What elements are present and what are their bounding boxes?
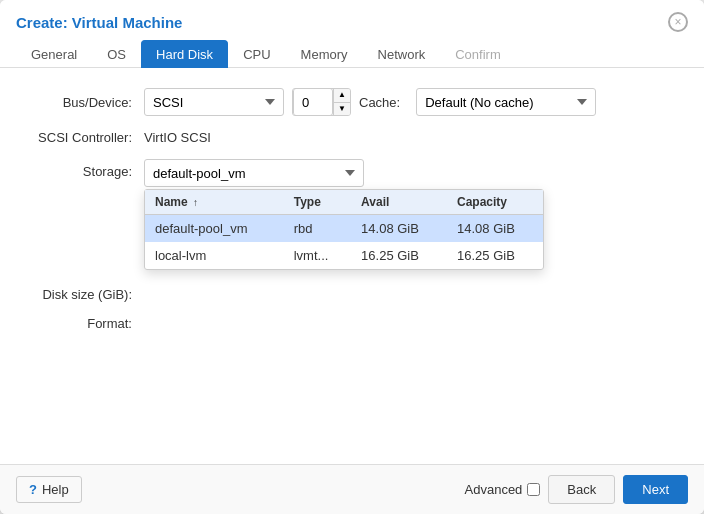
- form-content: Bus/Device: SCSI ▲ ▼ Cache: Default (No …: [0, 68, 704, 464]
- col-header-capacity[interactable]: Capacity: [447, 190, 543, 215]
- cell-avail: 16.25 GiB: [351, 242, 447, 269]
- storage-label: Storage:: [24, 159, 144, 179]
- tabs-container: General OS Hard Disk CPU Memory Network …: [0, 32, 704, 68]
- bus-device-label: Bus/Device:: [24, 95, 144, 110]
- cell-capacity: 14.08 GiB: [447, 215, 543, 243]
- tab-network[interactable]: Network: [363, 40, 441, 68]
- table-header-row: Name ↑ Type Avail Capacity: [145, 190, 543, 215]
- cache-label: Cache:: [359, 95, 400, 110]
- spinner-buttons: ▲ ▼: [333, 89, 350, 115]
- cell-name: local-lvm: [145, 242, 284, 269]
- storage-table: Name ↑ Type Avail Capacity: [145, 190, 543, 269]
- advanced-wrap: Advanced: [465, 482, 541, 497]
- footer-right: Advanced Back Next: [465, 475, 688, 504]
- cache-select[interactable]: Default (No cache): [416, 88, 596, 116]
- scsi-controller-label: SCSI Controller:: [24, 130, 144, 145]
- storage-dropdown-wrap: default-pool_vm Name ↑ Typ: [144, 159, 364, 187]
- storage-table-body: default-pool_vm rbd 14.08 GiB 14.08 GiB …: [145, 215, 543, 270]
- spinner-up[interactable]: ▲: [334, 89, 350, 103]
- advanced-checkbox[interactable]: [527, 483, 540, 496]
- tab-hard-disk[interactable]: Hard Disk: [141, 40, 228, 68]
- create-vm-dialog: Create: Virtual Machine × General OS Har…: [0, 0, 704, 514]
- question-icon: ?: [29, 482, 37, 497]
- scsi-controller-row: SCSI Controller: VirtIO SCSI: [24, 130, 680, 145]
- table-row[interactable]: local-lvm lvmt... 16.25 GiB 16.25 GiB: [145, 242, 543, 269]
- col-header-avail[interactable]: Avail: [351, 190, 447, 215]
- format-label: Format:: [24, 316, 144, 331]
- bus-select[interactable]: SCSI: [144, 88, 284, 116]
- storage-controls: default-pool_vm Name ↑ Typ: [144, 159, 680, 187]
- tab-memory[interactable]: Memory: [286, 40, 363, 68]
- cell-type: rbd: [284, 215, 351, 243]
- help-button[interactable]: ? Help: [16, 476, 82, 503]
- close-button[interactable]: ×: [668, 12, 688, 32]
- back-button[interactable]: Back: [548, 475, 615, 504]
- dialog-title: Create: Virtual Machine: [16, 14, 182, 31]
- tab-confirm: Confirm: [440, 40, 516, 68]
- col-header-name[interactable]: Name ↑: [145, 190, 284, 215]
- storage-row: Storage: default-pool_vm Name: [24, 159, 680, 187]
- format-row: Format:: [24, 316, 680, 331]
- tab-general[interactable]: General: [16, 40, 92, 68]
- spinner-down[interactable]: ▼: [334, 103, 350, 116]
- device-input[interactable]: [293, 88, 333, 116]
- disk-size-row: Disk size (GiB):: [24, 287, 680, 302]
- scsi-controller-value: VirtIO SCSI: [144, 130, 211, 145]
- tab-cpu[interactable]: CPU: [228, 40, 285, 68]
- next-button[interactable]: Next: [623, 475, 688, 504]
- dialog-footer: ? Help Advanced Back Next: [0, 464, 704, 514]
- sort-arrow-name: ↑: [193, 197, 198, 208]
- tab-os[interactable]: OS: [92, 40, 141, 68]
- disk-size-label: Disk size (GiB):: [24, 287, 144, 302]
- table-row[interactable]: default-pool_vm rbd 14.08 GiB 14.08 GiB: [145, 215, 543, 243]
- cell-avail: 14.08 GiB: [351, 215, 447, 243]
- col-header-type[interactable]: Type: [284, 190, 351, 215]
- bus-device-row: Bus/Device: SCSI ▲ ▼ Cache: Default (No …: [24, 88, 680, 116]
- storage-popup: Name ↑ Type Avail Capacity: [144, 189, 544, 270]
- cell-type: lvmt...: [284, 242, 351, 269]
- bus-device-controls: SCSI ▲ ▼ Cache: Default (No cache): [144, 88, 680, 116]
- cell-capacity: 16.25 GiB: [447, 242, 543, 269]
- advanced-label: Advanced: [465, 482, 523, 497]
- title-bar: Create: Virtual Machine ×: [0, 0, 704, 32]
- device-spinner: ▲ ▼: [292, 88, 351, 116]
- help-label: Help: [42, 482, 69, 497]
- cell-name: default-pool_vm: [145, 215, 284, 243]
- storage-select[interactable]: default-pool_vm: [144, 159, 364, 187]
